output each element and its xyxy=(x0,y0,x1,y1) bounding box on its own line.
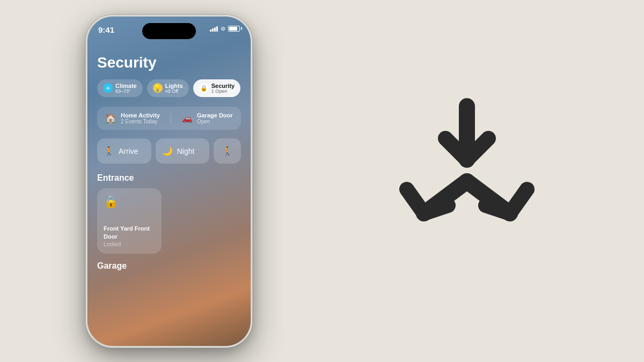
garage-door-icon: 🚗 xyxy=(182,113,193,123)
home-activity-icon: 🏠 xyxy=(105,113,116,124)
front-door-lock-icon: 🔒 xyxy=(104,195,155,209)
home-activity-value: 2 Events Today xyxy=(121,119,160,124)
scene-night-button[interactable]: 🌙 Night xyxy=(156,138,210,164)
garage-section: Garage xyxy=(97,261,241,271)
security-sublabel: 1 Open xyxy=(211,89,235,94)
page-title: Security xyxy=(97,54,241,71)
security-tab-text: Security 1 Open xyxy=(211,83,235,94)
climate-tab-text: Climate 63–73° xyxy=(115,83,137,94)
tab-security[interactable]: 🔒 Security 1 Open xyxy=(193,79,240,98)
garage-door-label: Garage Door xyxy=(197,112,233,119)
lights-tab-text: Lights All Off xyxy=(165,83,183,94)
signal-bars xyxy=(210,25,218,32)
battery-icon xyxy=(228,26,240,32)
tab-climate[interactable]: ✳ Climate 63–73° xyxy=(97,79,143,98)
homekit-symbol xyxy=(376,90,558,272)
front-door-card[interactable]: 🔒 Front Yard Front Door Locked xyxy=(97,188,162,254)
garage-section-header: Garage xyxy=(97,261,241,271)
battery-fill xyxy=(229,27,237,31)
category-tabs: ✳ Climate 63–73° 💡 Lights All Off xyxy=(97,79,241,98)
home-activity-text: Home Activity 2 Events Today xyxy=(121,112,160,124)
night-label: Night xyxy=(177,147,195,156)
climate-sublabel: 63–73° xyxy=(115,89,137,94)
dynamic-island xyxy=(142,23,196,39)
front-door-status: Locked xyxy=(104,241,155,247)
scene-leave-button[interactable]: 🚶 xyxy=(214,138,241,164)
phone-screen: 9:41 ⊛ Security xyxy=(87,17,251,346)
lights-icon: 💡 xyxy=(153,83,163,93)
signal-bar-1 xyxy=(210,29,211,32)
tab-lights[interactable]: 💡 Lights All Off xyxy=(147,79,189,98)
signal-bar-4 xyxy=(216,26,218,32)
lights-sublabel: All Off xyxy=(165,89,183,94)
arrive-label: Arrive xyxy=(119,147,138,156)
entrance-section-header: Entrance xyxy=(97,173,241,183)
security-icon: 🔒 xyxy=(199,83,209,93)
garage-door-item: 🚗 Garage Door Open xyxy=(182,112,233,124)
front-door-name: Front Yard Front Door xyxy=(104,225,155,240)
garage-door-value: Open xyxy=(197,119,233,124)
home-activity-item: 🏠 Home Activity 2 Events Today xyxy=(105,112,160,124)
phone-frame: 9:41 ⊛ Security xyxy=(86,15,252,348)
signal-bar-3 xyxy=(214,27,216,32)
scene-buttons: 🚶 Arrive 🌙 Night 🚶 xyxy=(97,138,241,164)
brand-icon-area xyxy=(290,0,644,362)
wifi-icon: ⊛ xyxy=(221,25,225,32)
status-icons: ⊛ xyxy=(210,25,240,32)
scene-arrive-button[interactable]: 🚶 Arrive xyxy=(97,138,151,164)
quick-info-row: 🏠 Home Activity 2 Events Today 🚗 Garage … xyxy=(97,107,241,130)
home-activity-label: Home Activity xyxy=(121,112,160,119)
phone-content: Security ✳ Climate 63–73° 💡 Lights xyxy=(87,46,251,346)
leave-icon: 🚶 xyxy=(222,146,233,156)
quick-info-divider xyxy=(171,112,171,124)
garage-door-text: Garage Door Open xyxy=(197,112,233,124)
arrive-icon: 🚶 xyxy=(104,146,114,156)
signal-bar-2 xyxy=(212,28,214,32)
climate-icon: ✳ xyxy=(103,83,113,93)
night-icon: 🌙 xyxy=(162,146,173,156)
phone-frame-wrapper: 9:41 ⊛ Security xyxy=(86,15,252,348)
